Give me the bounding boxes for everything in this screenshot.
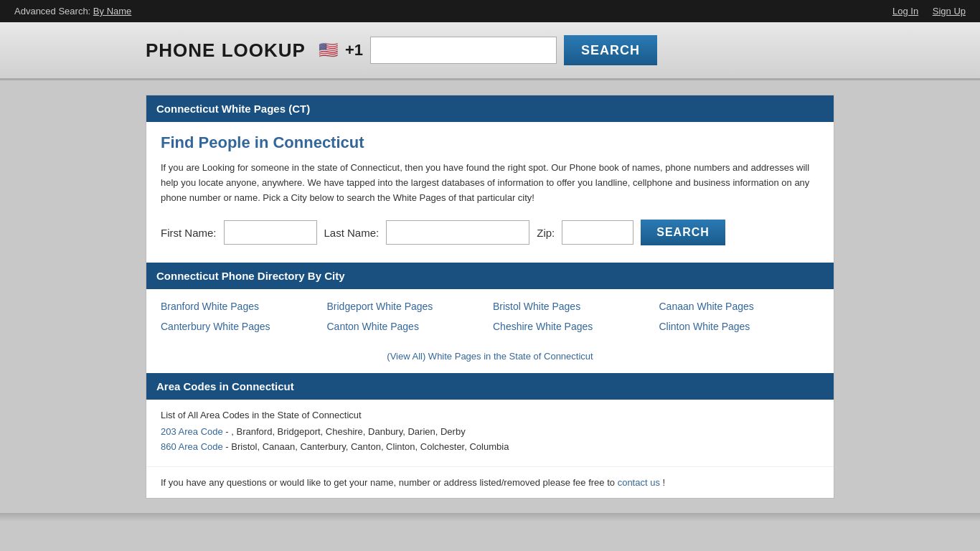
page-description: If you are Looking for someone in the st…: [161, 161, 819, 205]
bottom-shadow: [0, 513, 980, 522]
top-bar-right: Log In Sign Up: [881, 6, 966, 17]
page-body: Find People in Connecticut If you are Lo…: [146, 122, 834, 263]
people-search-form: First Name: Last Name: Zip: SEARCH: [161, 220, 819, 245]
directory-header: Connecticut Phone Directory By City: [146, 263, 834, 289]
first-name-label: First Name:: [161, 227, 217, 239]
advanced-search-label: Advanced Search: By Name: [14, 6, 131, 17]
zip-label: Zip:: [537, 227, 555, 239]
city-link[interactable]: Canaan White Pages: [659, 301, 820, 312]
main-wrapper: Connecticut White Pages (CT) Find People…: [0, 80, 980, 513]
people-search-button[interactable]: SEARCH: [641, 220, 725, 245]
area-code-860-line: 860 Area Code - Bristol, Canaan, Canterb…: [161, 441, 819, 452]
city-link[interactable]: Clinton White Pages: [659, 321, 820, 332]
area-codes-header: Area Codes in Connecticut: [146, 373, 834, 400]
signup-link[interactable]: Sign Up: [933, 6, 966, 17]
phone-lookup-search-button[interactable]: SEARCH: [564, 35, 657, 65]
last-name-label: Last Name:: [324, 227, 380, 239]
city-directory-grid: Branford White PagesBridgeport White Pag…: [146, 289, 834, 344]
city-link[interactable]: Cheshire White Pages: [493, 321, 654, 332]
city-link[interactable]: Bristol White Pages: [493, 301, 654, 312]
country-code: +1: [345, 41, 363, 60]
state-header: Connecticut White Pages (CT): [146, 95, 834, 122]
view-all-section: (View All) White Pages in the State of C…: [146, 344, 834, 373]
area-code-860-link[interactable]: 860 Area Code: [161, 441, 223, 452]
city-link[interactable]: Bridgeport White Pages: [327, 301, 488, 312]
top-bar: Advanced Search: By Name Log In Sign Up: [0, 0, 980, 22]
first-name-input[interactable]: [224, 220, 317, 245]
last-name-input[interactable]: [386, 220, 529, 245]
city-link[interactable]: Canterbury White Pages: [161, 321, 321, 332]
area-code-203-cities: - , Branford, Bridgeport, Cheshire, Danb…: [225, 426, 465, 437]
phone-lookup-title: PHONE LOOKUP: [146, 39, 306, 62]
contact-exclamation: !: [663, 477, 666, 488]
area-codes-body: List of All Area Codes in the State of C…: [146, 400, 834, 466]
contact-note-text: If you have any questions or would like …: [161, 477, 615, 488]
page-title: Find People in Connecticut: [161, 133, 819, 152]
main-content: Connecticut White Pages (CT) Find People…: [146, 95, 834, 499]
area-code-203-link[interactable]: 203 Area Code: [161, 426, 223, 437]
flag-icon: 🇺🇸: [319, 41, 338, 60]
zip-input[interactable]: [562, 220, 633, 245]
area-code-860-cities: - Bristol, Canaan, Canterbury, Canton, C…: [225, 441, 509, 452]
phone-lookup-inner: PHONE LOOKUP 🇺🇸 +1 SEARCH: [146, 35, 834, 65]
city-link[interactable]: Branford White Pages: [161, 301, 321, 312]
city-link[interactable]: Canton White Pages: [327, 321, 488, 332]
login-link[interactable]: Log In: [892, 6, 918, 17]
contact-us-link[interactable]: contact us: [618, 477, 660, 488]
by-name-link[interactable]: By Name: [93, 6, 131, 17]
area-codes-description: List of All Area Codes in the State of C…: [161, 410, 819, 420]
view-all-link[interactable]: (View All) White Pages in the State of C…: [387, 351, 593, 362]
phone-lookup-section: PHONE LOOKUP 🇺🇸 +1 SEARCH: [0, 22, 980, 80]
phone-lookup-input[interactable]: [370, 37, 557, 64]
contact-note: If you have any questions or would like …: [146, 466, 834, 498]
area-code-203-line: 203 Area Code - , Branford, Bridgeport, …: [161, 426, 819, 437]
